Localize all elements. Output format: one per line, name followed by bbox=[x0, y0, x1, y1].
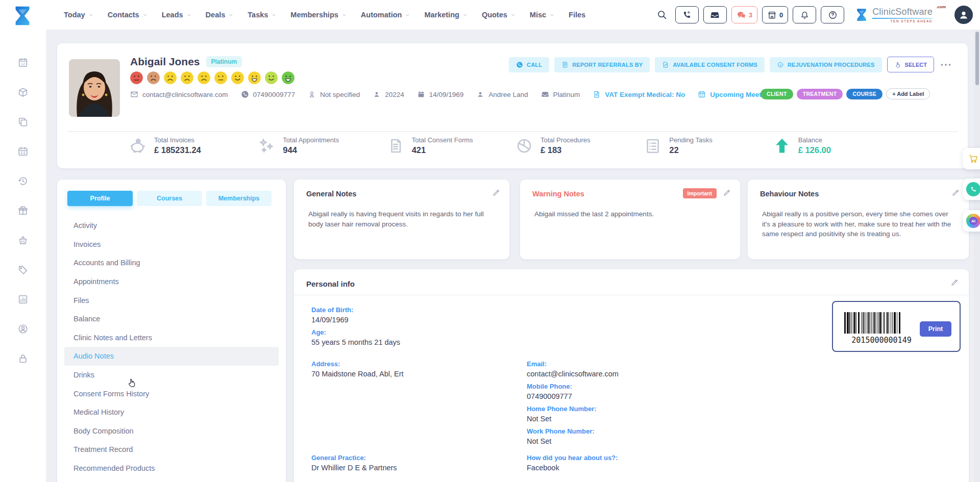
address-block: Address: 70 Maidstone Road, Abl, Ert bbox=[311, 360, 404, 383]
mood-face-icon[interactable] bbox=[214, 71, 228, 85]
patient-photo[interactable] bbox=[69, 59, 120, 117]
nav-item[interactable]: Automation bbox=[361, 11, 411, 19]
profile-tab[interactable]: Memberships bbox=[206, 191, 272, 206]
sidebar-icon-item[interactable] bbox=[17, 235, 29, 248]
report-icon bbox=[561, 61, 569, 68]
profile-tab[interactable]: Profile bbox=[67, 191, 133, 206]
profile-section-item[interactable]: Medical History bbox=[64, 403, 279, 422]
shop-button[interactable]: 0 bbox=[762, 6, 788, 23]
edit-pencil-icon[interactable] bbox=[950, 278, 959, 287]
profile-section-item[interactable]: Appointments bbox=[64, 272, 279, 291]
scrollbar-track[interactable] bbox=[974, 30, 980, 482]
profile-tab[interactable]: Courses bbox=[137, 191, 202, 206]
action-button[interactable]: AVAILABLE CONSENT FORMS bbox=[655, 57, 765, 72]
select-button[interactable]: SELECT bbox=[887, 57, 934, 72]
profile-section-item[interactable]: Clinic Notes and Letters bbox=[64, 328, 279, 347]
dialer-button[interactable] bbox=[675, 6, 699, 23]
contact-chip[interactable]: 07490009777 bbox=[241, 90, 296, 98]
hourglass-logo-icon bbox=[854, 6, 869, 23]
profile-section-item[interactable]: Invoices bbox=[64, 235, 279, 254]
action-button[interactable]: REPORT REFERRALS BY bbox=[554, 57, 650, 72]
help-button[interactable] bbox=[821, 6, 844, 23]
contact-chip[interactable]: VAT Exempt Medical: No bbox=[593, 90, 685, 98]
mood-face-icon[interactable] bbox=[146, 71, 160, 85]
label-pill[interactable]: CLIENT bbox=[761, 89, 793, 99]
user-avatar[interactable] bbox=[954, 6, 973, 24]
field-home-phone: Home Phone Number: Not Set bbox=[527, 405, 619, 423]
more-actions-button[interactable] bbox=[939, 58, 952, 71]
brand-logo[interactable]: ClinicSoftware .com TEN STEPS AHEAD bbox=[854, 6, 946, 23]
profile-section-item[interactable]: Accounts and Billing bbox=[64, 253, 279, 272]
scrollbar-thumb[interactable] bbox=[975, 32, 979, 85]
nav-item[interactable]: Quotes bbox=[482, 11, 516, 19]
edit-pencil-icon[interactable] bbox=[951, 189, 960, 197]
pie-icon bbox=[515, 137, 533, 155]
sidebar-icon-item[interactable] bbox=[17, 353, 29, 366]
mood-face-icon[interactable] bbox=[197, 71, 211, 85]
profile-section-item[interactable]: Audio Notes bbox=[64, 347, 279, 366]
label-pill[interactable]: TREATMENT bbox=[797, 89, 843, 99]
contact-chip[interactable]: 20224 bbox=[373, 90, 404, 98]
mood-face-icon[interactable] bbox=[281, 71, 295, 85]
label-pill[interactable]: COURSE bbox=[846, 89, 883, 99]
contact-chip[interactable]: contact@clinicsoftware.com bbox=[130, 90, 228, 98]
floating-call-button[interactable] bbox=[963, 179, 980, 200]
action-button[interactable]: CALL bbox=[509, 57, 549, 72]
brand-underline bbox=[872, 18, 933, 19]
stat-item: Total Consent Forms 421 bbox=[386, 136, 515, 155]
sidebar-icon-item[interactable] bbox=[17, 205, 29, 218]
print-button[interactable]: Print bbox=[920, 321, 951, 337]
doc-icon bbox=[593, 90, 601, 98]
contact-chip[interactable]: Platinum bbox=[541, 90, 580, 98]
search-icon[interactable] bbox=[656, 9, 668, 20]
mood-face-icon[interactable] bbox=[180, 71, 194, 85]
nav-item[interactable]: Leads bbox=[162, 11, 192, 19]
floating-cart-button[interactable] bbox=[963, 148, 980, 169]
nav-item[interactable]: Today bbox=[64, 11, 94, 19]
floating-ai-button[interactable]: AI bbox=[963, 210, 980, 232]
mood-face-icon[interactable] bbox=[130, 71, 143, 85]
mood-face-icon[interactable] bbox=[163, 71, 177, 85]
mood-face-icon[interactable] bbox=[264, 71, 278, 85]
nav-item[interactable]: Contacts bbox=[108, 11, 148, 19]
profile-section-item[interactable]: Recommended Products bbox=[64, 459, 279, 478]
rejuv-icon bbox=[777, 61, 784, 68]
sidebar-icon-item[interactable] bbox=[17, 264, 29, 277]
contact-chip[interactable]: 14/09/1969 bbox=[417, 90, 464, 98]
nav-item[interactable]: Misc bbox=[530, 11, 555, 19]
edit-pencil-icon[interactable] bbox=[723, 189, 731, 197]
nav-item[interactable]: Tasks bbox=[248, 11, 277, 19]
edit-pencil-icon[interactable] bbox=[492, 189, 500, 197]
profile-section-item[interactable]: Treatment Record bbox=[64, 440, 279, 459]
profile-section-item[interactable]: Drinks bbox=[64, 366, 279, 385]
mood-face-icon[interactable] bbox=[248, 71, 261, 85]
sidebar-icon-item[interactable] bbox=[17, 116, 29, 130]
app-logo-icon[interactable] bbox=[11, 4, 34, 28]
field-label: Email: bbox=[527, 360, 619, 368]
chat-button[interactable]: 3 bbox=[731, 6, 757, 23]
sidebar-icon-item[interactable] bbox=[17, 87, 29, 100]
profile-section-item[interactable]: Body Composition bbox=[64, 422, 279, 441]
mood-face-icon[interactable] bbox=[231, 71, 244, 85]
sidebar-icon-item[interactable] bbox=[17, 175, 29, 189]
note-title: Behaviour Notes bbox=[760, 190, 819, 198]
contact-chip[interactable]: Andree Land bbox=[476, 90, 528, 98]
action-button[interactable]: REJUVENATION PROCEDURES bbox=[770, 57, 882, 72]
nav-item[interactable]: Files bbox=[569, 11, 585, 19]
add-label-button[interactable]: + Add Label bbox=[886, 88, 930, 99]
nav-item[interactable]: Deals bbox=[206, 11, 234, 19]
profile-section-item[interactable]: Consent Forms History bbox=[64, 384, 279, 403]
notifications-button[interactable] bbox=[793, 6, 816, 23]
sidebar-icon-item[interactable]: 12 bbox=[17, 57, 29, 70]
sidebar-icon-item[interactable] bbox=[17, 323, 29, 337]
stat-item: Total Procedures £ 183 bbox=[515, 136, 644, 155]
contact-chip[interactable]: Not specified bbox=[308, 90, 360, 98]
profile-section-item[interactable]: Activity bbox=[64, 216, 279, 235]
nav-item[interactable]: Memberships bbox=[290, 11, 347, 19]
sidebar-icon-item[interactable] bbox=[17, 146, 29, 159]
sidebar-icon-item[interactable] bbox=[17, 294, 29, 307]
nav-item[interactable]: Marketing bbox=[424, 11, 468, 19]
profile-section-item[interactable]: Files bbox=[64, 291, 279, 310]
inbox-button[interactable] bbox=[703, 6, 727, 23]
profile-section-item[interactable]: Balance bbox=[64, 310, 279, 328]
